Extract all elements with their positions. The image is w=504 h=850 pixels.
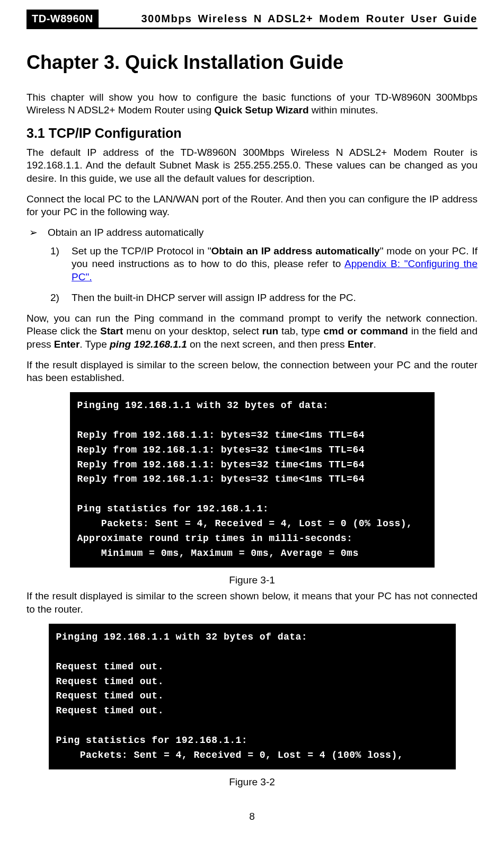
figure-3-1-label: Figure 3-1 [26, 574, 478, 587]
figure-3-2-label: Figure 3-2 [26, 776, 478, 789]
p3i: . Type [79, 339, 110, 350]
page-header: TD-W8960N 300Mbps Wireless N ADSL2+ Mode… [26, 10, 478, 29]
step1-bold: Obtain an IP address automatically [211, 245, 380, 256]
chapter-title: Chapter 3. Quick Installation Guide [26, 50, 478, 75]
step-2-number: 2) [50, 291, 72, 305]
bullet-item: ➢ Obtain an IP address automatically [29, 226, 478, 240]
p3h: Enter [54, 339, 80, 350]
page-number: 8 [26, 810, 478, 824]
step-1-content: Set up the TCP/IP Protocol in "Obtain an… [72, 245, 478, 284]
section-p5: If the result displayed is similar to th… [26, 590, 478, 616]
model-badge: TD-W8960N [26, 10, 99, 28]
section-p4: If the result displayed is similar to th… [26, 359, 478, 385]
terminal-output-success: Pinging 192.168.1.1 with 32 bytes of dat… [70, 392, 435, 568]
terminal-output-fail: Pinging 192.168.1.1 with 32 bytes of dat… [49, 624, 456, 769]
step-2-content: Then the built-in DHCP server will assig… [72, 291, 478, 305]
section-p1: The default IP address of the TD-W8960N … [26, 146, 478, 185]
p3m: . [373, 339, 376, 350]
bullet-text: Obtain an IP address automatically [48, 226, 204, 240]
section-p2: Connect the local PC to the LAN/WAN port… [26, 193, 478, 219]
step-1-number: 1) [50, 245, 72, 284]
section-title: 3.1 TCP/IP Configuration [26, 125, 478, 142]
step-1: 1) Set up the TCP/IP Protocol in "Obtain… [50, 245, 478, 284]
chapter-intro: This chapter will show you how to config… [26, 91, 478, 117]
p3k: on the next screen, and then press [187, 339, 348, 350]
p3c: menu on your desktop, select [123, 325, 262, 337]
numbered-list: 1) Set up the TCP/IP Protocol in "Obtain… [50, 245, 478, 305]
p3j: ping 192.168.1.1 [110, 339, 187, 350]
guide-title: 300Mbps Wireless N ADSL2+ Modem Router U… [99, 10, 478, 28]
p3d: run [262, 325, 279, 337]
p3e: tab, type [278, 325, 323, 337]
section-p3: Now, you can run the Ping command in the… [26, 312, 478, 351]
intro-post: within minutes. [309, 104, 378, 116]
p3f: cmd or command [323, 325, 408, 337]
intro-bold: Quick Setup Wizard [214, 104, 308, 116]
step1-pre: Set up the TCP/IP Protocol in " [72, 245, 211, 256]
step-2: 2) Then the built-in DHCP server will as… [50, 291, 478, 305]
bullet-marker-icon: ➢ [29, 226, 48, 240]
p3l: Enter [348, 339, 374, 350]
p3b: Start [100, 325, 123, 337]
